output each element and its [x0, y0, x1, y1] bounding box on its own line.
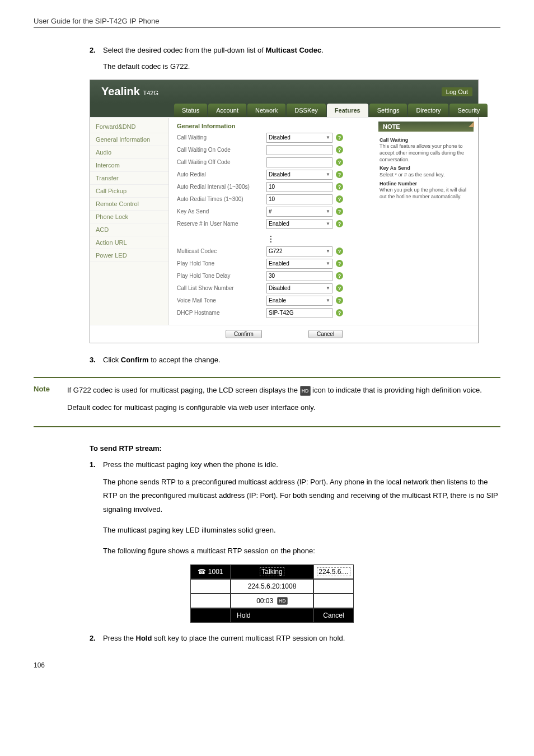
sidebar-item[interactable]: Call Pickup: [90, 185, 168, 198]
sidebar-item[interactable]: Action URL: [90, 236, 168, 249]
page-header: User Guide for the SIP-T42G IP Phone: [34, 17, 500, 28]
sidebar-item[interactable]: ACD: [90, 223, 168, 236]
note-item-body: This call feature allows your phone to a…: [380, 143, 464, 162]
rtp-step-2: 2. Press the Hold soft key to place the …: [90, 633, 500, 645]
step-number: 2.: [90, 633, 103, 645]
form-row: Call Waiting Off Code?: [177, 157, 366, 167]
sidebar: Forward&DND General Information Audio In…: [90, 118, 169, 325]
step-3: 3. Click Confirm to accept the change.: [90, 354, 500, 366]
help-icon[interactable]: ?: [336, 284, 343, 292]
text-field[interactable]: 10: [266, 194, 332, 204]
note-item-body: When you pick up the phone, it will dial…: [380, 187, 466, 199]
hold-softkey[interactable]: Hold: [231, 609, 314, 622]
help-icon[interactable]: ?: [336, 220, 343, 227]
paragraph: The following figure shows a multicast R…: [103, 544, 500, 558]
select-field[interactable]: Enabled▼: [266, 259, 332, 269]
confirm-button[interactable]: Confirm: [226, 330, 262, 338]
text-field[interactable]: 30: [266, 271, 332, 281]
tab-security[interactable]: Security: [449, 104, 488, 117]
web-ui-screenshot: Yealink T42G Log Out Status Account Netw…: [90, 80, 479, 343]
form-row: Multicast CodecG722▼?: [177, 246, 366, 256]
sidebar-item[interactable]: Audio: [90, 146, 168, 159]
tab-dsskey[interactable]: DSSKey: [287, 104, 326, 117]
field-label: Voice Mail Tone: [177, 297, 266, 304]
tab-status[interactable]: Status: [174, 104, 207, 117]
note-title: NOTE: [378, 122, 474, 132]
select-field[interactable]: Enabled▼: [266, 219, 332, 229]
step-subtext: The default codec is G722.: [103, 61, 500, 73]
sidebar-item[interactable]: Intercom: [90, 159, 168, 172]
help-icon[interactable]: ?: [336, 195, 343, 203]
tab-account[interactable]: Account: [208, 104, 246, 117]
form-row: Call List Show NumberDisabled▼?: [177, 283, 366, 293]
form-row: Voice Mail ToneEnable▼?: [177, 296, 366, 306]
sidebar-item[interactable]: Remote Control: [90, 198, 168, 211]
form-row: Play Hold Tone Delay30?: [177, 271, 366, 281]
field-label: Play Hold Tone Delay: [177, 273, 266, 279]
help-icon[interactable]: ?: [336, 297, 343, 304]
step-text: Press the multicast paging key when the …: [103, 459, 500, 471]
field-label: Play Hold Tone: [177, 260, 266, 267]
select-field[interactable]: Disabled▼: [266, 283, 332, 293]
help-icon[interactable]: ?: [336, 208, 343, 215]
step-text: Select the desired codec from the pull-d…: [103, 45, 500, 57]
paragraph: The phone sends RTP to a preconfigured m…: [103, 475, 500, 517]
help-icon[interactable]: ?: [336, 309, 343, 316]
phone-status: Talking: [231, 565, 314, 578]
tab-bar: Status Account Network DSSKey Features S…: [90, 104, 478, 118]
main-form: General Information Call WaitingDisabled…: [169, 118, 374, 325]
text-field[interactable]: 10: [266, 182, 332, 192]
phone-lcd-screenshot: ☎ 1001 Talking 224.5.6.... 224.5.6.20:10…: [190, 564, 354, 623]
dropdown-arrow-icon: ▼: [326, 209, 330, 214]
sidebar-item[interactable]: Phone Lock: [90, 211, 168, 223]
select-field[interactable]: Disabled▼: [266, 170, 332, 180]
text-field[interactable]: SIP-T42G: [266, 308, 332, 318]
field-label: Auto Redial Interval (1~300s): [177, 184, 266, 190]
tab-features[interactable]: Features: [327, 104, 368, 117]
logo: Yealink T42G: [96, 85, 158, 98]
page-number: 106: [34, 661, 500, 669]
hd-icon: HD: [300, 386, 311, 396]
field-label: Call List Show Number: [177, 285, 266, 291]
help-icon[interactable]: ?: [336, 158, 343, 166]
dropdown-arrow-icon: ▼: [326, 261, 330, 266]
form-row: Play Hold ToneEnabled▼?: [177, 259, 366, 269]
select-field[interactable]: G722▼: [266, 246, 332, 256]
tab-directory[interactable]: Directory: [408, 104, 448, 117]
help-icon[interactable]: ?: [336, 146, 343, 153]
help-icon[interactable]: ?: [336, 248, 343, 255]
cancel-softkey[interactable]: Cancel: [314, 609, 353, 622]
field-label: Call Waiting On Code: [177, 147, 266, 153]
text-field[interactable]: [266, 157, 332, 167]
help-icon[interactable]: ?: [336, 260, 343, 267]
cancel-button[interactable]: Cancel: [308, 330, 343, 338]
sidebar-item[interactable]: Power LED: [90, 249, 168, 262]
step-2: 2. Select the desired codec from the pul…: [90, 45, 500, 57]
note-item-head: Call Waiting: [380, 137, 472, 144]
form-row: DHCP HostnameSIP-T42G?: [177, 308, 366, 318]
help-icon[interactable]: ?: [336, 171, 343, 178]
logout-button[interactable]: Log Out: [442, 87, 472, 96]
note-item-head: Hotline Number: [380, 181, 472, 188]
sidebar-item[interactable]: Transfer: [90, 172, 168, 185]
sidebar-item[interactable]: Forward&DND: [90, 120, 168, 133]
form-row: Call WaitingDisabled▼?: [177, 133, 366, 143]
field-label: Call Waiting: [177, 134, 266, 141]
tab-network[interactable]: Network: [247, 104, 285, 117]
help-icon[interactable]: ?: [336, 272, 343, 279]
note-paragraph: If G722 codec is used for multicast pagi…: [67, 385, 500, 396]
paragraph: The multicast paging key LED illuminates…: [103, 524, 500, 538]
form-row: Key As Send#▼?: [177, 207, 366, 217]
select-field[interactable]: #▼: [266, 207, 332, 217]
form-row: Call Waiting On Code?: [177, 145, 366, 155]
select-field[interactable]: Enable▼: [266, 296, 332, 306]
sidebar-item[interactable]: General Information: [90, 133, 168, 146]
tab-settings[interactable]: Settings: [369, 104, 407, 117]
note-label: Note: [34, 385, 67, 419]
text-field[interactable]: [266, 145, 332, 155]
help-icon[interactable]: ?: [336, 183, 343, 190]
help-icon[interactable]: ?: [336, 134, 343, 141]
select-field[interactable]: Disabled▼: [266, 133, 332, 143]
field-label: Multicast Codec: [177, 248, 266, 254]
note-panel: NOTE Call WaitingThis call feature allow…: [374, 118, 478, 325]
